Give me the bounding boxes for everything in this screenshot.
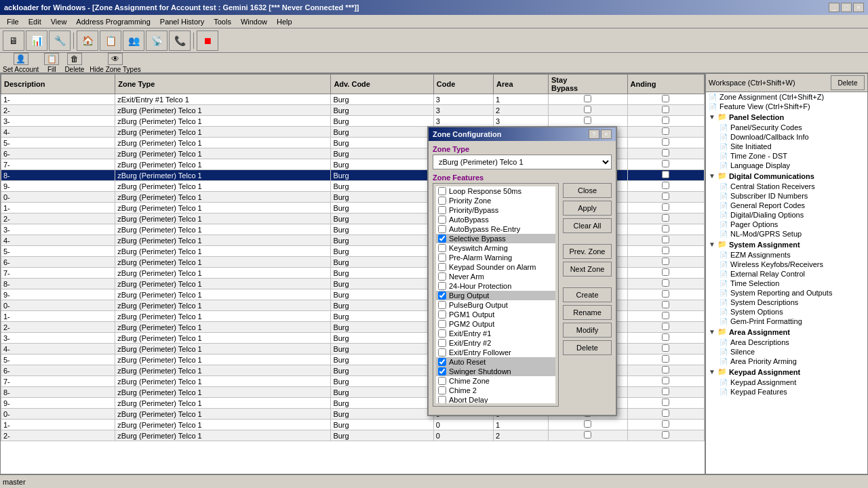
feature-checkbox[interactable]	[438, 301, 446, 309]
feature-item[interactable]: Keypad Sounder on Alarm	[436, 262, 555, 272]
anding-checkbox[interactable]	[662, 323, 669, 330]
tree-group-header[interactable]: ▼📁Digital Communications	[706, 170, 867, 182]
close-btn[interactable]: Close	[563, 183, 612, 198]
dialog-close-btn[interactable]: ×	[601, 129, 612, 139]
table-row[interactable]: 1-zBurg (Perimeter) Telco 1Burg01	[1, 420, 705, 430]
tree-leaf-system-descriptions[interactable]: 📄System Descriptions	[717, 298, 867, 307]
anding-checkbox[interactable]	[662, 268, 669, 276]
menu-item-address-programming[interactable]: Address Programming	[72, 17, 154, 26]
stay-bypass-checkbox[interactable]	[584, 117, 591, 124]
anding-checkbox[interactable]	[662, 117, 669, 124]
toolbar-btn-7[interactable]: 📡	[146, 30, 167, 51]
tree-leaf-area-descriptions[interactable]: 📄Area Descriptions	[717, 338, 867, 347]
tree-leaf-subscriber-id-numbers[interactable]: 📄Subscriber ID Numbers	[717, 191, 867, 201]
feature-item[interactable]: Exit/Entry #1	[436, 329, 555, 338]
feature-item[interactable]: Burg Output	[436, 291, 555, 300]
anding-checkbox[interactable]	[662, 225, 669, 232]
anding-checkbox[interactable]	[662, 399, 669, 406]
anding-checkbox[interactable]	[662, 279, 669, 287]
feature-item[interactable]: Auto Reset	[436, 357, 555, 367]
feature-item[interactable]: Never Arm	[436, 272, 555, 281]
apply-btn[interactable]: Apply	[563, 201, 612, 216]
menu-item-tools[interactable]: Tools	[210, 17, 235, 26]
tree-leaf-zone-assignment-(ctrl+shift+z)[interactable]: 📄Zone Assignment (Ctrl+Shift+Z)	[706, 92, 867, 102]
feature-checkbox[interactable]	[438, 253, 446, 262]
tree-leaf-system-reporting-and-outputs[interactable]: 📄System Reporting and Outputs	[717, 288, 867, 298]
delete-workspace-btn[interactable]: Delete	[831, 75, 865, 90]
feature-checkbox[interactable]	[438, 187, 446, 195]
feature-item[interactable]: Loop Response 50ms	[436, 186, 555, 196]
anding-checkbox[interactable]	[662, 138, 669, 146]
feature-checkbox[interactable]	[438, 367, 446, 375]
anding-checkbox[interactable]	[662, 366, 669, 373]
stay-bypass-checkbox[interactable]	[584, 431, 591, 439]
anding-checkbox[interactable]	[662, 388, 669, 395]
tree-group-header[interactable]: ▼📁Area Assignment	[706, 326, 867, 338]
tree-leaf-panel-security-codes[interactable]: 📄Panel/Security Codes	[717, 123, 867, 132]
feature-checkbox[interactable]	[438, 291, 446, 300]
tree-leaf-language-display[interactable]: 📄Language Display	[717, 161, 867, 170]
anding-checkbox[interactable]	[662, 420, 669, 428]
feature-checkbox[interactable]	[438, 235, 446, 243]
tree-leaf-central-station-receivers[interactable]: 📄Central Station Receivers	[717, 182, 867, 191]
fill-btn[interactable]: 📋 Fill	[44, 53, 59, 73]
tree-leaf-keypad-assignment[interactable]: 📄Keypad Assignment	[717, 378, 867, 387]
feature-checkbox[interactable]	[438, 216, 446, 224]
delete-toolbar-btn[interactable]: 🗑 Delete	[64, 53, 84, 73]
table-row[interactable]: 2-zBurg (Perimeter) Telco 1Burg02	[1, 430, 705, 441]
menu-item-edit[interactable]: Edit	[24, 17, 45, 26]
tree-leaf-feature-view-(ctrl+shift+f)[interactable]: 📄Feature View (Ctrl+Shift+F)	[706, 102, 867, 111]
next-zone-btn[interactable]: Next Zone	[563, 262, 612, 277]
tree-leaf-wireless-keyfobs-receivers[interactable]: 📄Wireless Keyfobs/Receivers	[717, 260, 867, 269]
feature-item[interactable]: PGM2 Output	[436, 319, 555, 329]
tree-group-header[interactable]: ▼📁System Assignment	[706, 239, 867, 250]
feature-item[interactable]: PGM1 Output	[436, 310, 555, 319]
feature-item[interactable]: PulseBurg Output	[436, 300, 555, 310]
table-row[interactable]: 1-zExit/Entry #1 Telco 1Burg31	[1, 94, 705, 105]
anding-checkbox[interactable]	[662, 258, 669, 265]
anding-checkbox[interactable]	[662, 290, 669, 298]
toolbar-btn-4[interactable]: 🏠	[77, 30, 98, 51]
tree-leaf-keypad-features[interactable]: 📄Keypad Features	[717, 387, 867, 396]
menu-item-help[interactable]: Help	[273, 17, 296, 26]
anding-checkbox[interactable]	[662, 203, 669, 211]
tree-leaf-ezm-assignments[interactable]: 📄EZM Assignments	[717, 250, 867, 260]
toolbar-btn-8[interactable]: 📞	[169, 30, 191, 51]
tree-leaf-system-options[interactable]: 📄System Options	[717, 307, 867, 317]
feature-checkbox[interactable]	[438, 329, 446, 338]
feature-checkbox[interactable]	[438, 244, 446, 252]
tree-leaf-external-relay-control[interactable]: 📄External Relay Control	[717, 269, 867, 279]
feature-checkbox[interactable]	[438, 377, 446, 385]
anding-checkbox[interactable]	[662, 355, 669, 363]
anding-checkbox[interactable]	[662, 344, 669, 352]
anding-checkbox[interactable]	[662, 431, 669, 439]
table-row[interactable]: 3-zBurg (Perimeter) Telco 1Burg33	[1, 116, 705, 127]
anding-checkbox[interactable]	[662, 247, 669, 254]
feature-checkbox[interactable]	[438, 339, 446, 347]
menu-item-panel-history[interactable]: Panel History	[156, 17, 208, 26]
feature-checkbox[interactable]	[438, 272, 446, 281]
feature-item[interactable]: Exit/Entry #2	[436, 338, 555, 348]
feature-checkbox[interactable]	[438, 358, 446, 366]
close-button[interactable]: ×	[853, 3, 864, 12]
toolbar-btn-5[interactable]: 📋	[100, 30, 121, 51]
anding-checkbox[interactable]	[662, 182, 669, 189]
tree-leaf-gem-print-formatting[interactable]: 📄Gem-Print Formatting	[717, 317, 867, 326]
feature-checkbox[interactable]	[438, 320, 446, 328]
feature-checkbox[interactable]	[438, 225, 446, 233]
dialog-help-btn[interactable]: ?	[589, 129, 599, 139]
feature-item[interactable]: Chime 2	[436, 386, 555, 395]
zone-type-select[interactable]: zBurg (Perimeter) Telco 1zExit/Entry #1 …	[433, 155, 612, 169]
tree-leaf-nl-mod-gprs-setup[interactable]: 📄NL-Mod/GPRS Setup	[717, 229, 867, 239]
feature-item[interactable]: Keyswitch Arming	[436, 243, 555, 253]
feature-checkbox[interactable]	[438, 310, 446, 319]
anding-checkbox[interactable]	[662, 236, 669, 243]
tree-leaf-site-initiated[interactable]: 📄Site Initiated	[717, 142, 867, 151]
stay-bypass-checkbox[interactable]	[584, 95, 591, 102]
minimize-button[interactable]: _	[829, 3, 840, 12]
tree-leaf-pager-options[interactable]: 📄Pager Options	[717, 220, 867, 229]
menu-item-view[interactable]: View	[47, 17, 71, 26]
set-account-btn[interactable]: 👤 Set Account	[3, 53, 39, 73]
feature-checkbox[interactable]	[438, 197, 446, 205]
stay-bypass-checkbox[interactable]	[584, 420, 591, 428]
